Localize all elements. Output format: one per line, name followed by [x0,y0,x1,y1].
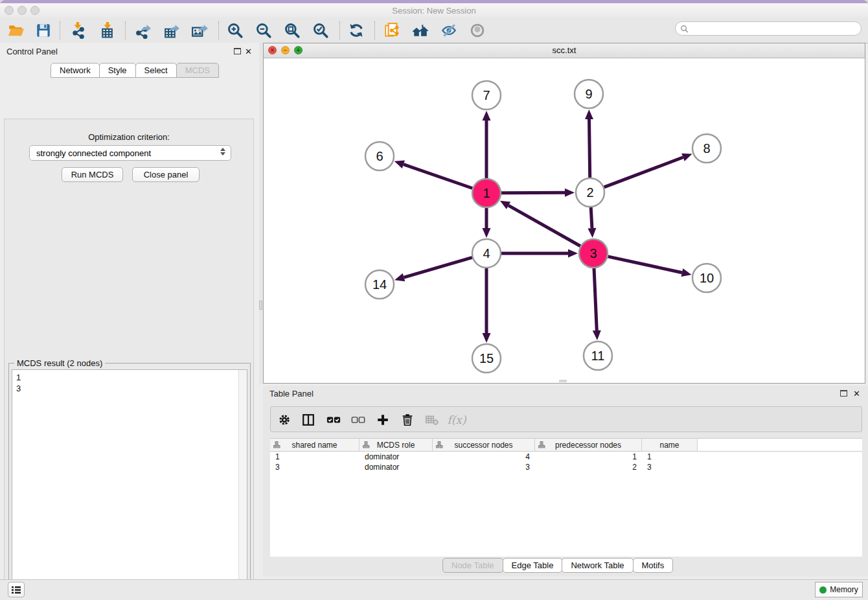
toolbar-separator [60,21,60,40]
show-panels-button[interactable] [8,582,25,597]
columns-icon[interactable] [300,412,317,428]
network-window-title: scc.txt [264,45,865,55]
column-header-predecessor-nodes[interactable]: predecessor nodes [535,439,642,451]
edge-arrow-1-7 [483,111,491,121]
run-mcds-button[interactable]: Run MCDS [62,167,123,182]
table-panel-title: Table Panel [269,389,314,398]
network-canvas[interactable]: 1234678910111415 [264,58,865,383]
status-bar: Memory [0,579,868,600]
cell-successor-nodes[interactable]: 4 [433,452,535,462]
network-window-titlebar[interactable]: × − + scc.txt [264,43,865,58]
node-label-11: 11 [591,349,605,363]
result-scrollbar[interactable] [238,370,247,600]
toolbar-separator [125,21,126,40]
cell-MCDS-role[interactable]: dominator [360,452,433,462]
eye-icon[interactable] [466,20,488,41]
zoom-fit-icon[interactable] [281,20,303,41]
control-panel-title: Control Panel [6,47,58,56]
edge-arrow-1-6 [394,161,405,168]
node-label-9: 9 [585,87,592,101]
dropdown-spinner-icon [220,148,225,156]
deselect-all-icon[interactable] [350,412,367,428]
edge-3-1[interactable] [508,205,580,246]
edge-arrow-3-11 [593,330,601,340]
table-close-icon[interactable]: ✕ [853,390,860,398]
column-header-name[interactable]: name [642,439,698,451]
search-field[interactable] [675,21,862,36]
tab-mcds[interactable]: MCDS [176,63,219,78]
memory-label: Memory [830,585,858,594]
column-header-MCDS-role[interactable]: MCDS role [360,439,433,451]
hide-eye-icon[interactable] [438,20,460,41]
table-header-row: shared nameMCDS rolesuccessor nodesprede… [270,438,862,452]
column-header-shared-name[interactable]: shared name [270,439,360,451]
edge-3-11[interactable] [594,268,597,330]
edge-2-9[interactable] [589,119,590,178]
tab-motifs[interactable]: Motifs [633,558,674,573]
edge-4-14[interactable] [404,257,472,277]
column-header-label: shared name [291,441,337,450]
cell-predecessor-nodes[interactable]: 2 [535,462,642,472]
tab-network[interactable]: Network [51,63,100,78]
save-icon[interactable] [32,20,54,41]
column-header-successor-nodes[interactable]: successor nodes [433,439,535,451]
export-network-icon[interactable] [132,20,154,41]
toolbar-separator [218,21,219,40]
edge-2-8[interactable] [604,157,683,187]
zoom-in-icon[interactable] [224,20,246,41]
network-copy-icon[interactable] [381,20,403,41]
tab-node-table[interactable]: Node Table [442,558,503,573]
mcds-result-area[interactable]: 1 3 [12,369,247,600]
edge-1-6[interactable] [404,165,472,189]
edge-3-10[interactable] [608,257,681,273]
node-label-15: 15 [479,351,494,365]
tab-select[interactable]: Select [135,63,177,78]
divider-grip[interactable] [259,301,262,310]
cell-predecessor-nodes[interactable]: 1 [535,452,642,462]
add-icon[interactable] [374,412,391,428]
window-titlebar[interactable]: Session: New Session [0,3,868,19]
table-row[interactable]: 3dominator323 [270,462,862,472]
search-input[interactable] [689,23,861,34]
cell-successor-nodes[interactable]: 3 [433,462,535,472]
open-folder-icon[interactable] [5,20,27,41]
close-panel-icon[interactable]: ✕ [245,48,252,56]
tab-edge-table[interactable]: Edge Table [503,558,563,573]
cell-shared-name[interactable]: 1 [270,452,360,462]
edge-arrow-2-9 [585,110,593,119]
cell-name[interactable]: 1 [642,452,698,462]
memory-button[interactable]: Memory [815,582,863,597]
toolbar-separator [339,21,340,40]
tab-style[interactable]: Style [99,63,136,78]
edge-1-2[interactable] [501,192,565,193]
list-icon [11,586,21,594]
close-panel-button[interactable]: Close panel [132,167,200,182]
select-all-icon[interactable] [325,412,342,428]
table-row[interactable]: 1dominator411 [270,452,862,462]
cell-name[interactable]: 3 [642,462,698,472]
optimization-dropdown[interactable]: strongly connected component [29,145,231,161]
cell-MCDS-role[interactable]: dominator [360,462,433,472]
import-table-icon[interactable] [97,20,119,41]
mcds-tab-content: Optimization criterion: strongly connect… [4,119,254,600]
float-panel-icon[interactable] [234,48,241,54]
fx-icon: f(x) [448,412,465,428]
tab-network-table[interactable]: Network Table [562,558,633,573]
node-label-4: 4 [483,246,490,260]
import-network-icon[interactable] [67,20,89,41]
export-table-icon[interactable] [161,20,183,41]
network-resize-grip[interactable] [559,380,567,382]
mcds-result-groupbox: MCDS result (2 nodes) 1 3 [8,363,251,600]
edge-2-3[interactable] [591,207,592,228]
column-type-icon [538,441,545,450]
zoom-out-icon[interactable] [253,20,275,41]
trash-icon[interactable] [399,412,416,428]
mcds-result-title: MCDS result (2 nodes) [14,358,105,368]
refresh-icon[interactable] [345,20,367,41]
zoom-selected-icon[interactable] [310,20,332,41]
table-float-icon[interactable] [840,390,847,397]
gear-icon[interactable] [276,412,293,428]
home-icon[interactable] [409,20,431,41]
export-image-icon[interactable] [188,20,211,41]
cell-shared-name[interactable]: 3 [270,462,360,472]
